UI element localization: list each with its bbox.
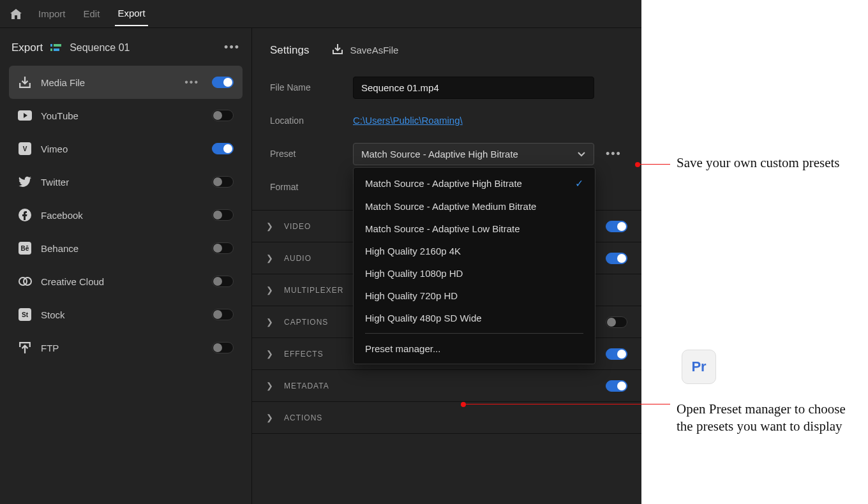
dest-label: Media File [41, 77, 176, 88]
dest-label: Creative Cloud [41, 276, 203, 287]
menu-edit[interactable]: Edit [81, 2, 103, 26]
preset-option[interactable]: High Quality 2160p 4K [354, 240, 595, 262]
preset-option[interactable]: High Quality 720p HD [354, 285, 595, 307]
preset-option[interactable]: Match Source - Adaptive Medium Bitrate [354, 195, 595, 218]
section-metadata[interactable]: ❯METADATA [252, 370, 641, 402]
preset-manager-item[interactable]: Preset manager... [354, 337, 595, 360]
section-toggle[interactable] [606, 221, 627, 232]
menu-import[interactable]: Import [36, 2, 68, 26]
chevron-right-icon: ❯ [266, 221, 275, 231]
dest-options-icon[interactable]: ••• [184, 77, 199, 88]
dest-toggle[interactable] [212, 242, 234, 254]
preset-option[interactable]: High Quality 480p SD Wide [354, 307, 595, 329]
dest-label: Behance [41, 243, 203, 254]
chevron-down-icon [577, 149, 586, 159]
sequence-icon [50, 43, 62, 53]
dest-toggle[interactable] [212, 276, 234, 287]
chevron-right-icon: ❯ [266, 285, 275, 295]
preset-option[interactable]: Match Source - Adaptive Low Bitrate [354, 218, 595, 240]
file-name-input[interactable] [353, 77, 594, 99]
preset-dropdown[interactable]: Match Source - Adaptive High Bitrate✓Mat… [353, 167, 595, 364]
dest-label: FTP [41, 343, 203, 353]
section-actions[interactable]: ❯ACTIONS [252, 402, 641, 434]
save-as-file-button[interactable]: SaveAsFile [332, 43, 398, 57]
preset-option-label: Match Source - Adaptive Low Bitrate [365, 223, 520, 234]
dest-media-file[interactable]: Media File••• [9, 66, 243, 99]
premiere-pro-badge: Pr [682, 350, 716, 384]
creative-cloud-icon [18, 274, 32, 288]
section-toggle[interactable] [606, 316, 627, 328]
preset-label: Preset [270, 149, 353, 159]
location-link[interactable]: C:\Users\Public\Roaming\ [353, 115, 463, 126]
preset-option[interactable]: High Quality 1080p HD [354, 262, 595, 285]
annotation-save-preset: Save your own custom presets [677, 154, 842, 172]
svg-rect-1 [50, 48, 52, 51]
section-toggle[interactable] [606, 253, 627, 264]
chevron-right-icon: ❯ [266, 413, 275, 422]
svg-rect-2 [54, 44, 61, 47]
preset-option-label: High Quality 2160p 4K [365, 246, 461, 256]
chevron-right-icon: ❯ [266, 349, 275, 359]
dest-toggle[interactable] [212, 176, 234, 188]
location-label: Location [270, 115, 353, 126]
dest-toggle[interactable] [212, 309, 234, 320]
dest-twitter[interactable]: Twitter [9, 165, 243, 198]
export-title: Export [11, 41, 43, 54]
file-name-label: File Name [270, 82, 353, 93]
dest-youtube[interactable]: YouTube [9, 99, 243, 132]
save-as-file-label: SaveAsFile [350, 45, 398, 56]
dest-toggle[interactable] [212, 209, 234, 221]
section-toggle[interactable] [606, 348, 627, 360]
preset-select-value: Match Source - Adaptive High Bitrate [361, 149, 518, 159]
menu-export[interactable]: Export [115, 1, 147, 26]
dest-facebook[interactable]: Facebook [9, 198, 243, 232]
dest-toggle[interactable] [212, 110, 234, 121]
dest-toggle[interactable] [212, 77, 234, 88]
dest-stock[interactable]: StStock [9, 298, 243, 331]
vimeo-icon: V [18, 142, 32, 156]
preset-option-label: High Quality 480p SD Wide [365, 313, 482, 323]
stock-icon: St [18, 308, 32, 322]
check-icon: ✓ [575, 177, 583, 189]
svg-rect-3 [54, 48, 59, 51]
dest-vimeo[interactable]: VVimeo [9, 132, 243, 165]
dest-toggle[interactable] [212, 143, 234, 154]
dest-label: Stock [41, 309, 203, 320]
section-toggle[interactable] [606, 380, 627, 392]
preset-option-label: High Quality 720p HD [365, 290, 458, 301]
preset-option[interactable]: Match Source - Adaptive High Bitrate✓ [354, 172, 595, 195]
sequence-name: Sequence 01 [70, 42, 130, 54]
chevron-right-icon: ❯ [266, 253, 275, 263]
dest-label: Twitter [41, 177, 203, 188]
dest-creative-cloud[interactable]: Creative Cloud [9, 265, 243, 298]
download-tray-icon [332, 43, 343, 57]
svg-rect-0 [50, 44, 52, 47]
preset-option-label: High Quality 1080p HD [365, 268, 463, 279]
download-tray-icon [18, 75, 32, 89]
chevron-right-icon: ❯ [266, 381, 275, 390]
ftp-icon [18, 341, 32, 355]
home-icon[interactable] [9, 7, 23, 21]
format-label: Format [270, 182, 353, 192]
preset-option-label: Match Source - Adaptive High Bitrate [365, 178, 522, 189]
youtube-icon [18, 108, 32, 122]
preset-option-label: Match Source - Adaptive Medium Bitrate [365, 201, 536, 212]
preset-manager-label: Preset manager... [365, 343, 440, 354]
dest-behance[interactable]: BēBehance [9, 232, 243, 265]
section-label: METADATA [284, 382, 597, 390]
preset-more-icon[interactable]: ••• [606, 147, 622, 161]
preset-select[interactable]: Match Source - Adaptive High Bitrate [353, 143, 594, 165]
behance-icon: Bē [18, 241, 32, 255]
dest-toggle[interactable] [212, 342, 234, 353]
dest-ftp[interactable]: FTP [9, 331, 243, 364]
dest-label: Facebook [41, 210, 203, 221]
chevron-right-icon: ❯ [266, 317, 275, 327]
dest-label: YouTube [41, 110, 203, 121]
export-options-icon[interactable]: ••• [224, 41, 240, 54]
annotation-preset-manager: Open Preset manager to choose the preset… [677, 401, 855, 436]
facebook-icon [18, 208, 32, 222]
dest-label: Vimeo [41, 144, 203, 154]
settings-title: Settings [270, 44, 309, 57]
twitter-icon [18, 175, 32, 189]
section-label: ACTIONS [284, 413, 627, 422]
